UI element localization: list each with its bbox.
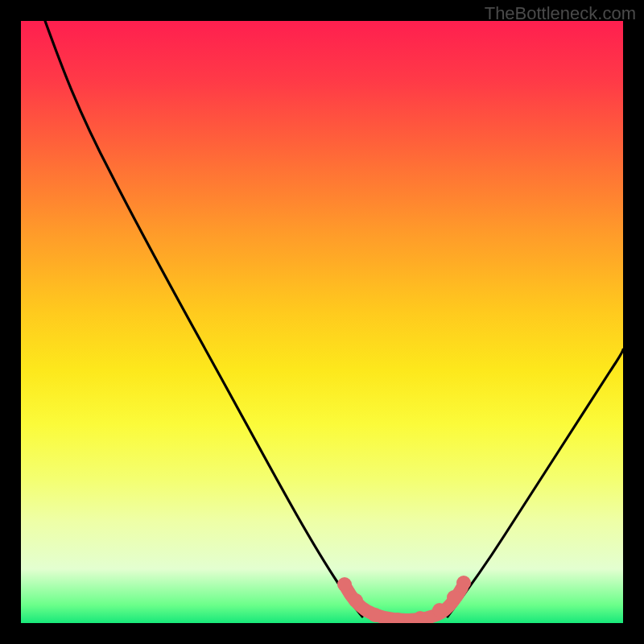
valley-marker-dot	[349, 593, 363, 608]
watermark-text: TheBottleneck.com	[485, 3, 636, 24]
chart-curves-svg	[21, 21, 623, 623]
valley-marker-dot	[337, 577, 352, 592]
curve-left-limb	[45, 21, 362, 617]
valley-marker-dot	[432, 603, 447, 617]
valley-marker-dot	[368, 608, 382, 622]
valley-marker-dot	[456, 576, 471, 590]
valley-marker-dot	[447, 590, 461, 605]
curve-right-limb	[448, 349, 623, 617]
chart-plot-area	[21, 21, 623, 623]
